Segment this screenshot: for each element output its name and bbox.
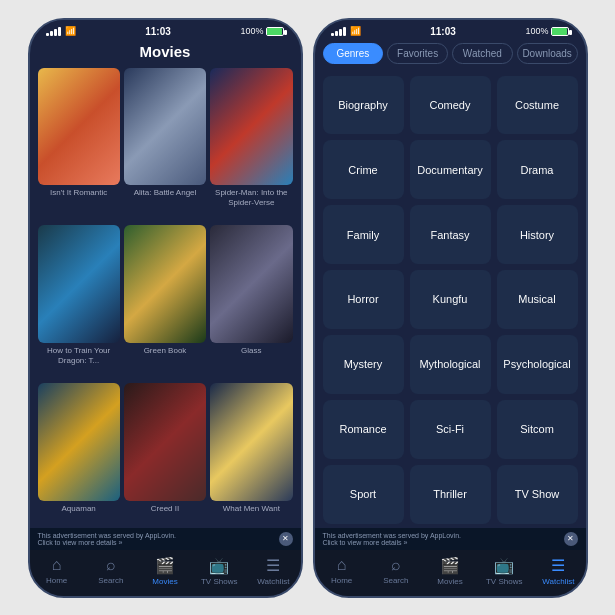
home-icon: ⌂ xyxy=(337,556,347,574)
battery-icon xyxy=(551,27,569,36)
genres-grid: BiographyComedyCostumeCrimeDocumentaryDr… xyxy=(315,72,586,528)
wifi-icon: 📶 xyxy=(350,26,361,36)
movies-header: Movies xyxy=(30,39,301,68)
genre-sitcom[interactable]: Sitcom xyxy=(497,400,578,459)
genre-biography[interactable]: Biography xyxy=(323,76,404,135)
right-phone: 📶 11:03 100% GenresFavoritesWatchedDownl… xyxy=(313,18,588,598)
right-ad-text: This advertisement was served by AppLovi… xyxy=(323,532,462,546)
right-nav-movies[interactable]: 🎬 Movies xyxy=(423,556,477,586)
home-label: Home xyxy=(46,576,67,585)
right-status-left: 📶 xyxy=(331,26,361,36)
movie-title-glass: Glass xyxy=(210,343,292,356)
right-time: 11:03 xyxy=(430,26,456,37)
genre-horror[interactable]: Horror xyxy=(323,270,404,329)
genre-kungfu[interactable]: Kungfu xyxy=(410,270,491,329)
movie-poster-aquaman xyxy=(38,383,120,501)
genre-comedy[interactable]: Comedy xyxy=(410,76,491,135)
genre-history[interactable]: History xyxy=(497,205,578,264)
left-phone: 📶 11:03 100% Movies Isn't It Romantic Al… xyxy=(28,18,303,598)
right-nav-home[interactable]: ⌂ Home xyxy=(315,556,369,586)
tvshows-label: TV Shows xyxy=(486,577,522,586)
movie-poster-spiderman xyxy=(210,68,292,186)
watchlist-icon: ☰ xyxy=(551,556,565,575)
movie-title-creed: Creed II xyxy=(124,501,206,514)
left-battery: 100% xyxy=(240,26,284,36)
movie-title-dragon: How to Train Your Dragon: T... xyxy=(38,343,120,365)
search-label: Search xyxy=(98,576,123,585)
tab-genres[interactable]: Genres xyxy=(323,43,384,64)
left-ad-banner[interactable]: This advertisement was served by AppLovi… xyxy=(30,528,301,550)
genre-romance[interactable]: Romance xyxy=(323,400,404,459)
genre-fantasy[interactable]: Fantasy xyxy=(410,205,491,264)
movie-card-spiderman[interactable]: Spider-Man: Into the Spider-Verse xyxy=(210,68,292,222)
movie-card-romantic[interactable]: Isn't It Romantic xyxy=(38,68,120,222)
movies-icon: 🎬 xyxy=(155,556,175,575)
genre-tv-show[interactable]: TV Show xyxy=(497,465,578,524)
tab-downloads[interactable]: Downloads xyxy=(517,43,578,64)
movie-card-whatmen[interactable]: What Men Want xyxy=(210,383,292,527)
genre-drama[interactable]: Drama xyxy=(497,140,578,199)
tabs-bar: GenresFavoritesWatchedDownloads xyxy=(315,39,586,72)
genre-thriller[interactable]: Thriller xyxy=(410,465,491,524)
genre-sci-fi[interactable]: Sci-Fi xyxy=(410,400,491,459)
search-icon: ⌕ xyxy=(106,556,116,574)
watchlist-icon: ☰ xyxy=(266,556,280,575)
movie-title-whatmen: What Men Want xyxy=(210,501,292,514)
movie-card-aquaman[interactable]: Aquaman xyxy=(38,383,120,527)
right-bottom-nav: ⌂ Home ⌕ Search 🎬 Movies 📺 TV Shows ☰ Wa… xyxy=(315,550,586,596)
left-ad-text: This advertisement was served by AppLovi… xyxy=(38,532,177,546)
wifi-icon: 📶 xyxy=(65,26,76,36)
movie-poster-creed xyxy=(124,383,206,501)
left-status-left: 📶 xyxy=(46,26,76,36)
left-nav-watchlist[interactable]: ☰ Watchlist xyxy=(246,556,300,586)
right-ad-close-button[interactable]: ✕ xyxy=(564,532,578,546)
tvshows-icon: 📺 xyxy=(209,556,229,575)
movie-card-greenbook[interactable]: Green Book xyxy=(124,225,206,379)
left-status-bar: 📶 11:03 100% xyxy=(30,20,301,39)
right-status-bar: 📶 11:03 100% xyxy=(315,20,586,39)
left-nav-movies[interactable]: 🎬 Movies xyxy=(138,556,192,586)
genre-mystery[interactable]: Mystery xyxy=(323,335,404,394)
movie-poster-romantic xyxy=(38,68,120,186)
tab-favorites[interactable]: Favorites xyxy=(387,43,448,64)
right-nav-watchlist[interactable]: ☰ Watchlist xyxy=(531,556,585,586)
left-ad-close-button[interactable]: ✕ xyxy=(279,532,293,546)
tab-watched[interactable]: Watched xyxy=(452,43,513,64)
genre-costume[interactable]: Costume xyxy=(497,76,578,135)
movie-title-aquaman: Aquaman xyxy=(38,501,120,514)
genre-psychological[interactable]: Psychological xyxy=(497,335,578,394)
movie-card-alita[interactable]: Alita: Battle Angel xyxy=(124,68,206,222)
tvshows-label: TV Shows xyxy=(201,577,237,586)
movie-card-creed[interactable]: Creed II xyxy=(124,383,206,527)
movies-label: Movies xyxy=(437,577,462,586)
right-nav-search[interactable]: ⌕ Search xyxy=(369,556,423,586)
movie-poster-alita xyxy=(124,68,206,186)
genre-documentary[interactable]: Documentary xyxy=(410,140,491,199)
right-ad-banner[interactable]: This advertisement was served by AppLovi… xyxy=(315,528,586,550)
app-container: 📶 11:03 100% Movies Isn't It Romantic Al… xyxy=(18,8,598,608)
left-bottom-nav: ⌂ Home ⌕ Search 🎬 Movies 📺 TV Shows ☰ Wa… xyxy=(30,550,301,596)
left-nav-search[interactable]: ⌕ Search xyxy=(84,556,138,586)
genre-mythological[interactable]: Mythological xyxy=(410,335,491,394)
watchlist-label: Watchlist xyxy=(542,577,574,586)
left-nav-tvshows[interactable]: 📺 TV Shows xyxy=(192,556,246,586)
watchlist-label: Watchlist xyxy=(257,577,289,586)
tvshows-icon: 📺 xyxy=(494,556,514,575)
genre-crime[interactable]: Crime xyxy=(323,140,404,199)
genre-family[interactable]: Family xyxy=(323,205,404,264)
movie-card-dragon[interactable]: How to Train Your Dragon: T... xyxy=(38,225,120,379)
home-label: Home xyxy=(331,576,352,585)
movie-title-greenbook: Green Book xyxy=(124,343,206,356)
movie-title-spiderman: Spider-Man: Into the Spider-Verse xyxy=(210,185,292,207)
home-icon: ⌂ xyxy=(52,556,62,574)
genre-sport[interactable]: Sport xyxy=(323,465,404,524)
search-label: Search xyxy=(383,576,408,585)
right-battery: 100% xyxy=(525,26,569,36)
search-icon: ⌕ xyxy=(391,556,401,574)
movies-grid: Isn't It Romantic Alita: Battle Angel Sp… xyxy=(30,68,301,528)
genre-musical[interactable]: Musical xyxy=(497,270,578,329)
movie-card-glass[interactable]: Glass xyxy=(210,225,292,379)
left-nav-home[interactable]: ⌂ Home xyxy=(30,556,84,586)
left-time: 11:03 xyxy=(145,26,171,37)
right-nav-tvshows[interactable]: 📺 TV Shows xyxy=(477,556,531,586)
